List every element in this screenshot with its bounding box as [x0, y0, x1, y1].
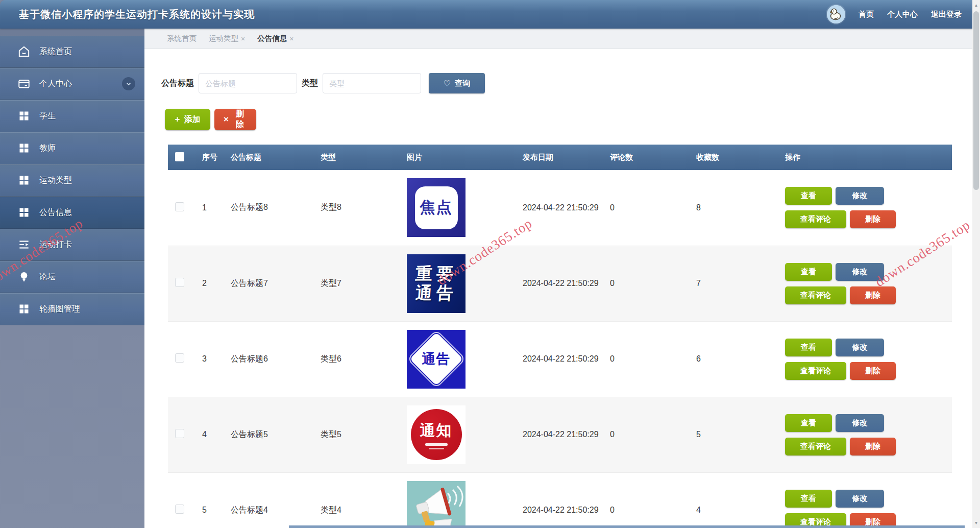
cell-index: 3: [198, 321, 227, 397]
announcement-image: 焦点: [407, 178, 465, 237]
delete-row-button[interactable]: 删除: [850, 438, 896, 455]
cell-comments: 0: [606, 170, 692, 246]
cell-type: 类型6: [316, 321, 403, 397]
sidebar-item-label: 轮播图管理: [39, 304, 80, 315]
chevron-down-icon[interactable]: [122, 77, 135, 90]
tab-2[interactable]: 公告信息×: [257, 34, 293, 43]
sidebar-item-6[interactable]: 运动打卡: [0, 229, 144, 261]
lightbulb-icon: [17, 270, 31, 283]
scroll-down-arrow[interactable]: ▼: [972, 519, 980, 527]
toolbar: + 添加 × 删除: [165, 109, 972, 130]
sidebar-item-4[interactable]: 运动类型: [0, 164, 144, 197]
delete-row-button[interactable]: 删除: [850, 286, 896, 304]
tab-1[interactable]: 运动类型×: [209, 34, 245, 43]
cell-type: 类型7: [316, 246, 403, 321]
type-input[interactable]: [323, 73, 421, 93]
cell-favorites: 8: [692, 170, 781, 246]
view-comments-button[interactable]: 查看评论: [785, 286, 846, 304]
tab-0[interactable]: 系统首页: [167, 34, 197, 43]
scrollbar-thumb[interactable]: [973, 11, 979, 190]
x-icon: ×: [224, 114, 229, 125]
edit-button[interactable]: 修改: [836, 263, 884, 281]
row-checkbox[interactable]: [175, 202, 184, 211]
cell-date: 2024-04-22 21:50:29: [519, 472, 606, 528]
grid-icon: [17, 141, 31, 155]
id-card-icon: [17, 77, 31, 90]
sidebar-item-5[interactable]: 公告信息: [0, 197, 144, 229]
announcement-image: [407, 481, 465, 528]
edit-button[interactable]: 修改: [836, 490, 884, 508]
sidebar: 系统首页个人中心学生教师运动类型公告信息运动打卡论坛轮播图管理: [0, 29, 144, 528]
cell-type: 类型5: [316, 397, 403, 472]
tab-close-icon[interactable]: ×: [289, 35, 293, 43]
delete-row-button[interactable]: 删除: [850, 362, 896, 380]
edit-button[interactable]: 修改: [836, 339, 884, 356]
announcement-title-label: 公告标题: [161, 78, 194, 89]
grid-icon: [17, 206, 31, 219]
edit-button[interactable]: 修改: [836, 187, 884, 205]
row-checkbox[interactable]: [175, 353, 184, 363]
sidebar-item-3[interactable]: 教师: [0, 132, 144, 164]
row-checkbox[interactable]: [175, 505, 184, 514]
cell-comments: 0: [606, 397, 692, 472]
cell-date: 2024-04-22 21:50:29: [519, 170, 606, 246]
delete-button[interactable]: × 删除: [214, 109, 256, 130]
top-header: 基于微信小程序的学生运动打卡系统的设计与实现 首页 个人中心 退出登录: [0, 0, 980, 29]
select-all-checkbox[interactable]: [175, 152, 184, 161]
view-button[interactable]: 查看: [785, 414, 832, 432]
view-comments-button[interactable]: 查看评论: [785, 362, 846, 380]
sidebar-item-2[interactable]: 学生: [0, 100, 144, 132]
edit-button[interactable]: 修改: [836, 414, 884, 432]
scroll-up-arrow[interactable]: ▲: [972, 1, 980, 9]
vertical-scrollbar[interactable]: ▲ ▼: [972, 0, 980, 528]
duck-icon: [827, 5, 845, 23]
cell-title: 公告标题8: [227, 170, 316, 246]
tab-close-icon[interactable]: ×: [241, 35, 245, 43]
bottom-strip: [289, 525, 965, 528]
plus-icon: +: [175, 114, 180, 125]
view-button[interactable]: 查看: [785, 339, 832, 356]
nav-home[interactable]: 首页: [859, 10, 874, 19]
col-index: 序号: [198, 145, 227, 170]
header-nav: 首页 个人中心 退出登录: [827, 0, 962, 29]
sidebar-item-label: 系统首页: [39, 46, 72, 57]
row-checkbox[interactable]: [175, 278, 184, 287]
announcement-title-input[interactable]: [199, 73, 297, 93]
nav-logout[interactable]: 退出登录: [931, 10, 962, 19]
cell-comments: 0: [606, 246, 692, 321]
sidebar-item-7[interactable]: 论坛: [0, 261, 144, 293]
announcement-table: 序号 公告标题 类型 图片 发布日期 评论数 收藏数 操作 1 公告标题8 类型…: [168, 145, 952, 528]
cell-title: 公告标题5: [227, 397, 316, 472]
view-button[interactable]: 查看: [785, 187, 832, 205]
avatar[interactable]: [827, 5, 845, 23]
nav-profile[interactable]: 个人中心: [887, 10, 918, 19]
cell-favorites: 5: [692, 397, 781, 472]
view-button[interactable]: 查看: [785, 490, 832, 508]
sidebar-item-1[interactable]: 个人中心: [0, 68, 144, 100]
col-actions: 操作: [781, 145, 952, 170]
home-icon: [17, 45, 31, 58]
cell-index: 4: [198, 397, 227, 472]
col-type: 类型: [316, 145, 403, 170]
sidebar-item-0[interactable]: 系统首页: [0, 36, 144, 68]
heart-icon: ♡: [444, 79, 451, 88]
grid-icon: [17, 109, 31, 123]
add-button[interactable]: + 添加: [165, 109, 210, 130]
tab-bar: 系统首页运动类型×公告信息×: [144, 29, 972, 49]
cell-date: 2024-04-22 21:50:29: [519, 397, 606, 472]
row-checkbox[interactable]: [175, 429, 184, 438]
view-button[interactable]: 查看: [785, 263, 832, 281]
delete-row-button[interactable]: 删除: [850, 210, 896, 228]
checkin-list-icon: [17, 238, 31, 251]
sidebar-item-8[interactable]: 轮播图管理: [0, 293, 144, 325]
type-label: 类型: [302, 78, 318, 89]
search-form: 公告标题 类型 ♡ 查询: [161, 73, 972, 93]
view-comments-button[interactable]: 查看评论: [785, 438, 846, 455]
query-button[interactable]: ♡ 查询: [429, 73, 485, 93]
view-comments-button[interactable]: 查看评论: [785, 210, 846, 228]
cell-title: 公告标题7: [227, 246, 316, 321]
grid-icon: [17, 174, 31, 187]
col-favorites: 收藏数: [692, 145, 781, 170]
table-row: 4 公告标题5 类型5 通知 2024-04-22 21:50:29 0 5 查…: [168, 397, 952, 472]
col-date: 发布日期: [519, 145, 606, 170]
